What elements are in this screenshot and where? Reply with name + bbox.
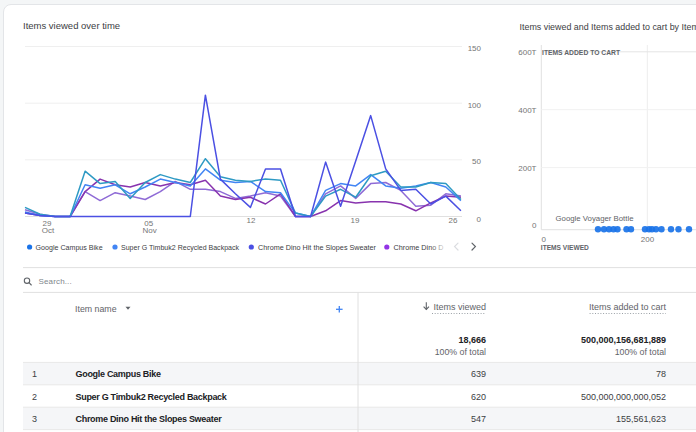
svg-text:Google Campus Bike: Google Campus Bike: [36, 243, 103, 252]
svg-text:100: 100: [468, 101, 482, 110]
svg-text:0: 0: [532, 221, 537, 230]
svg-text:150: 150: [468, 44, 482, 53]
svg-text:400T: 400T: [518, 106, 536, 115]
svg-text:50: 50: [472, 157, 481, 166]
svg-text:Items viewed over time: Items viewed over time: [23, 20, 120, 31]
svg-text:Super G Timbuk2 Recycled Backp: Super G Timbuk2 Recycled Backpack: [121, 243, 240, 252]
svg-text:Items viewed and Items added t: Items viewed and Items added to cart by …: [520, 21, 696, 32]
svg-text:600T: 600T: [518, 48, 536, 57]
svg-text:Oct: Oct: [42, 226, 55, 235]
svg-text:200: 200: [641, 235, 655, 244]
svg-text:0: 0: [542, 235, 547, 244]
svg-text:ITEMS ADDED TO CART: ITEMS ADDED TO CART: [542, 49, 621, 56]
svg-text:Nov: Nov: [143, 226, 157, 235]
svg-text:0: 0: [477, 215, 482, 224]
svg-text:Chrome Dino Hit the Slopes Swe: Chrome Dino Hit the Slopes Sweater: [258, 243, 376, 252]
svg-text:19: 19: [351, 216, 360, 225]
svg-text:Google Voyager Bottle: Google Voyager Bottle: [556, 214, 635, 223]
svg-text:12: 12: [247, 216, 256, 225]
svg-text:26: 26: [449, 216, 458, 225]
svg-text:200T: 200T: [518, 164, 536, 173]
svg-text:ITEMS VIEWED: ITEMS VIEWED: [541, 244, 589, 251]
